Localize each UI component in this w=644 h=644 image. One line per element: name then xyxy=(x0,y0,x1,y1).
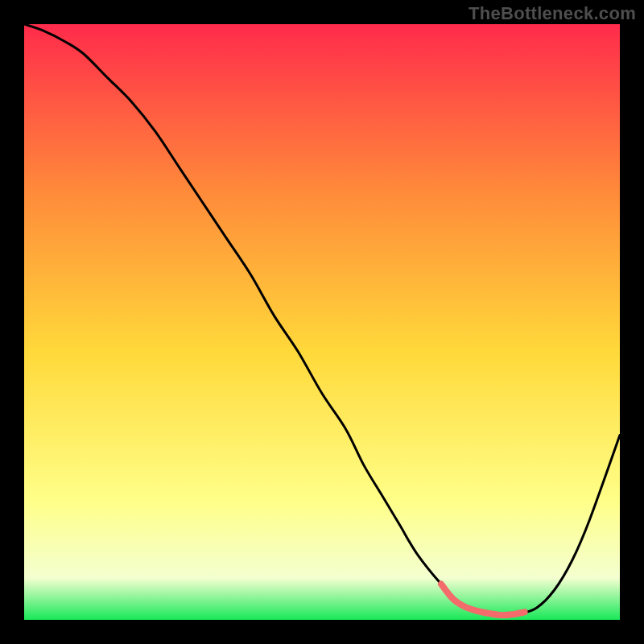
watermark-text: TheBottleneck.com xyxy=(469,3,636,24)
gradient-background xyxy=(24,24,620,620)
plot-area xyxy=(24,24,620,620)
chart-svg xyxy=(24,24,620,620)
chart-frame: TheBottleneck.com xyxy=(0,0,644,644)
